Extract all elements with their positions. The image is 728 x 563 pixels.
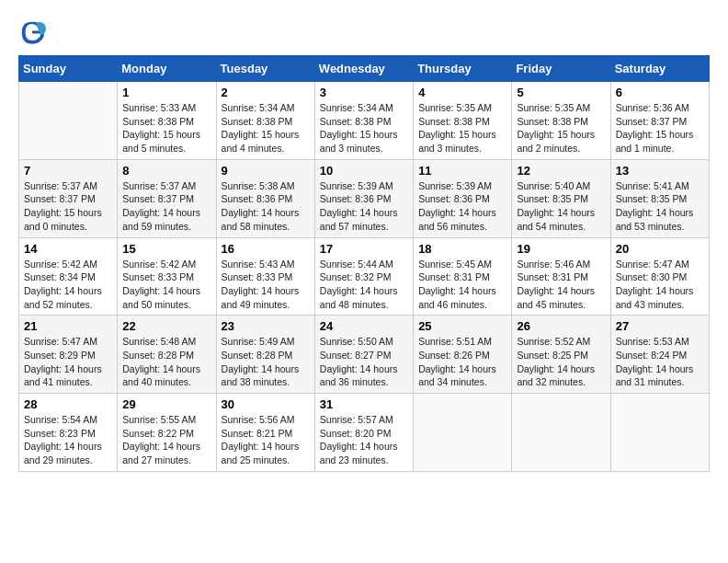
day-number: 11: [418, 164, 506, 178]
day-number: 22: [122, 319, 210, 333]
day-number: 7: [24, 164, 112, 178]
day-info: Sunrise: 5:38 AMSunset: 8:36 PMDaylight:…: [222, 179, 310, 234]
day-number: 17: [320, 242, 408, 256]
calendar-cell: 21Sunrise: 5:47 AMSunset: 8:29 PMDayligh…: [19, 316, 118, 394]
page-header: [18, 18, 710, 46]
calendar-cell: 30Sunrise: 5:56 AMSunset: 8:21 PMDayligh…: [216, 394, 314, 472]
calendar-cell: 26Sunrise: 5:52 AMSunset: 8:25 PMDayligh…: [512, 316, 610, 394]
day-info: Sunrise: 5:37 AMSunset: 8:37 PMDaylight:…: [24, 179, 112, 234]
day-info: Sunrise: 5:47 AMSunset: 8:30 PMDaylight:…: [616, 258, 704, 312]
day-info: Sunrise: 5:48 AMSunset: 8:28 PMDaylight:…: [122, 335, 210, 389]
day-info: Sunrise: 5:34 AMSunset: 8:38 PMDaylight:…: [320, 101, 408, 155]
day-number: 13: [616, 164, 704, 178]
day-number: 10: [320, 164, 408, 178]
day-number: 31: [320, 397, 408, 411]
day-number: 4: [418, 86, 506, 99]
calendar-week-row: 28Sunrise: 5:54 AMSunset: 8:23 PMDayligh…: [19, 394, 710, 472]
day-info: Sunrise: 5:55 AMSunset: 8:22 PMDaylight:…: [122, 413, 210, 467]
day-number: 18: [418, 242, 506, 256]
day-info: Sunrise: 5:49 AMSunset: 8:28 PMDaylight:…: [222, 335, 310, 389]
calendar-table: SundayMondayTuesdayWednesdayThursdayFrid…: [18, 55, 710, 472]
weekday-header-tuesday: Tuesday: [216, 56, 314, 82]
day-number: 9: [222, 164, 310, 178]
calendar-cell: 13Sunrise: 5:41 AMSunset: 8:35 PMDayligh…: [610, 159, 709, 237]
day-info: Sunrise: 5:53 AMSunset: 8:24 PMDaylight:…: [616, 335, 704, 389]
day-info: Sunrise: 5:35 AMSunset: 8:38 PMDaylight:…: [517, 101, 605, 155]
day-number: 15: [122, 242, 210, 256]
calendar-cell: 7Sunrise: 5:37 AMSunset: 8:37 PMDaylight…: [19, 159, 118, 237]
day-number: 24: [320, 319, 408, 333]
calendar-cell: [610, 394, 709, 472]
weekday-header-thursday: Thursday: [414, 56, 512, 82]
day-info: Sunrise: 5:50 AMSunset: 8:27 PMDaylight:…: [320, 335, 408, 389]
day-info: Sunrise: 5:47 AMSunset: 8:29 PMDaylight:…: [24, 335, 112, 389]
day-number: 3: [320, 86, 408, 99]
day-number: 1: [122, 86, 210, 99]
calendar-cell: 9Sunrise: 5:38 AMSunset: 8:36 PMDaylight…: [216, 159, 314, 237]
day-info: Sunrise: 5:54 AMSunset: 8:23 PMDaylight:…: [24, 413, 112, 467]
logo: [18, 18, 50, 46]
weekday-header-wednesday: Wednesday: [314, 56, 413, 82]
day-info: Sunrise: 5:52 AMSunset: 8:25 PMDaylight:…: [517, 335, 605, 389]
day-number: 14: [24, 242, 112, 256]
weekday-header-sunday: Sunday: [19, 56, 118, 82]
calendar-cell: [512, 394, 610, 472]
logo-icon: [18, 18, 46, 46]
calendar-cell: 16Sunrise: 5:43 AMSunset: 8:33 PMDayligh…: [216, 237, 314, 316]
day-number: 6: [616, 86, 704, 99]
day-number: 30: [222, 397, 310, 411]
day-info: Sunrise: 5:35 AMSunset: 8:38 PMDaylight:…: [418, 101, 506, 155]
day-info: Sunrise: 5:41 AMSunset: 8:35 PMDaylight:…: [616, 179, 704, 234]
day-info: Sunrise: 5:37 AMSunset: 8:37 PMDaylight:…: [122, 179, 210, 234]
day-number: 27: [616, 319, 704, 333]
calendar-cell: 31Sunrise: 5:57 AMSunset: 8:20 PMDayligh…: [314, 394, 413, 472]
calendar-cell: 10Sunrise: 5:39 AMSunset: 8:36 PMDayligh…: [314, 159, 413, 237]
calendar-cell: 22Sunrise: 5:48 AMSunset: 8:28 PMDayligh…: [118, 316, 216, 394]
calendar-cell: 4Sunrise: 5:35 AMSunset: 8:38 PMDaylight…: [414, 82, 512, 160]
day-number: 26: [517, 319, 605, 333]
day-info: Sunrise: 5:40 AMSunset: 8:35 PMDaylight:…: [517, 179, 605, 234]
day-number: 8: [122, 164, 210, 178]
calendar-cell: 8Sunrise: 5:37 AMSunset: 8:37 PMDaylight…: [118, 159, 216, 237]
calendar-cell: [414, 394, 512, 472]
calendar-cell: 6Sunrise: 5:36 AMSunset: 8:37 PMDaylight…: [610, 82, 709, 160]
calendar-cell: 15Sunrise: 5:42 AMSunset: 8:33 PMDayligh…: [118, 237, 216, 316]
day-info: Sunrise: 5:44 AMSunset: 8:32 PMDaylight:…: [320, 258, 408, 312]
day-info: Sunrise: 5:33 AMSunset: 8:38 PMDaylight:…: [122, 101, 210, 155]
calendar-cell: 2Sunrise: 5:34 AMSunset: 8:38 PMDaylight…: [216, 82, 314, 160]
day-number: 5: [517, 86, 605, 99]
day-info: Sunrise: 5:43 AMSunset: 8:33 PMDaylight:…: [222, 258, 310, 312]
day-info: Sunrise: 5:39 AMSunset: 8:36 PMDaylight:…: [418, 179, 506, 234]
calendar-cell: [19, 82, 118, 160]
calendar-week-row: 7Sunrise: 5:37 AMSunset: 8:37 PMDaylight…: [19, 159, 710, 237]
calendar-cell: 12Sunrise: 5:40 AMSunset: 8:35 PMDayligh…: [512, 159, 610, 237]
weekday-header-saturday: Saturday: [610, 56, 709, 82]
day-number: 19: [517, 242, 605, 256]
day-number: 2: [222, 86, 310, 99]
day-info: Sunrise: 5:56 AMSunset: 8:21 PMDaylight:…: [222, 413, 310, 467]
day-number: 12: [517, 164, 605, 178]
calendar-cell: 1Sunrise: 5:33 AMSunset: 8:38 PMDaylight…: [118, 82, 216, 160]
day-number: 29: [122, 397, 210, 411]
calendar-cell: 19Sunrise: 5:46 AMSunset: 8:31 PMDayligh…: [512, 237, 610, 316]
calendar-header-row: SundayMondayTuesdayWednesdayThursdayFrid…: [19, 56, 710, 82]
day-info: Sunrise: 5:42 AMSunset: 8:34 PMDaylight:…: [24, 258, 112, 312]
calendar-week-row: 1Sunrise: 5:33 AMSunset: 8:38 PMDaylight…: [19, 82, 710, 160]
day-number: 23: [222, 319, 310, 333]
calendar-week-row: 14Sunrise: 5:42 AMSunset: 8:34 PMDayligh…: [19, 237, 710, 316]
calendar-cell: 29Sunrise: 5:55 AMSunset: 8:22 PMDayligh…: [118, 394, 216, 472]
calendar-cell: 3Sunrise: 5:34 AMSunset: 8:38 PMDaylight…: [314, 82, 413, 160]
day-number: 25: [418, 319, 506, 333]
calendar-week-row: 21Sunrise: 5:47 AMSunset: 8:29 PMDayligh…: [19, 316, 710, 394]
weekday-header-friday: Friday: [512, 56, 610, 82]
day-number: 16: [222, 242, 310, 256]
day-info: Sunrise: 5:39 AMSunset: 8:36 PMDaylight:…: [320, 179, 408, 234]
calendar-cell: 14Sunrise: 5:42 AMSunset: 8:34 PMDayligh…: [19, 237, 118, 316]
calendar-cell: 11Sunrise: 5:39 AMSunset: 8:36 PMDayligh…: [414, 159, 512, 237]
calendar-cell: 28Sunrise: 5:54 AMSunset: 8:23 PMDayligh…: [19, 394, 118, 472]
calendar-cell: 23Sunrise: 5:49 AMSunset: 8:28 PMDayligh…: [216, 316, 314, 394]
calendar-cell: 20Sunrise: 5:47 AMSunset: 8:30 PMDayligh…: [610, 237, 709, 316]
day-info: Sunrise: 5:42 AMSunset: 8:33 PMDaylight:…: [122, 258, 210, 312]
calendar-cell: 24Sunrise: 5:50 AMSunset: 8:27 PMDayligh…: [314, 316, 413, 394]
calendar-cell: 25Sunrise: 5:51 AMSunset: 8:26 PMDayligh…: [414, 316, 512, 394]
